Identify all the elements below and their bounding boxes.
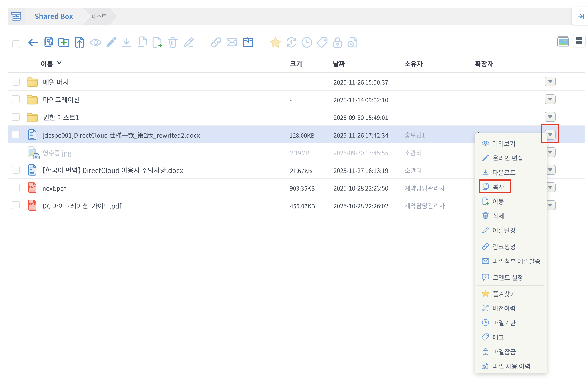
svg-text:PDF: PDF (29, 185, 36, 188)
svg-text:PDF: PDF (29, 203, 36, 206)
